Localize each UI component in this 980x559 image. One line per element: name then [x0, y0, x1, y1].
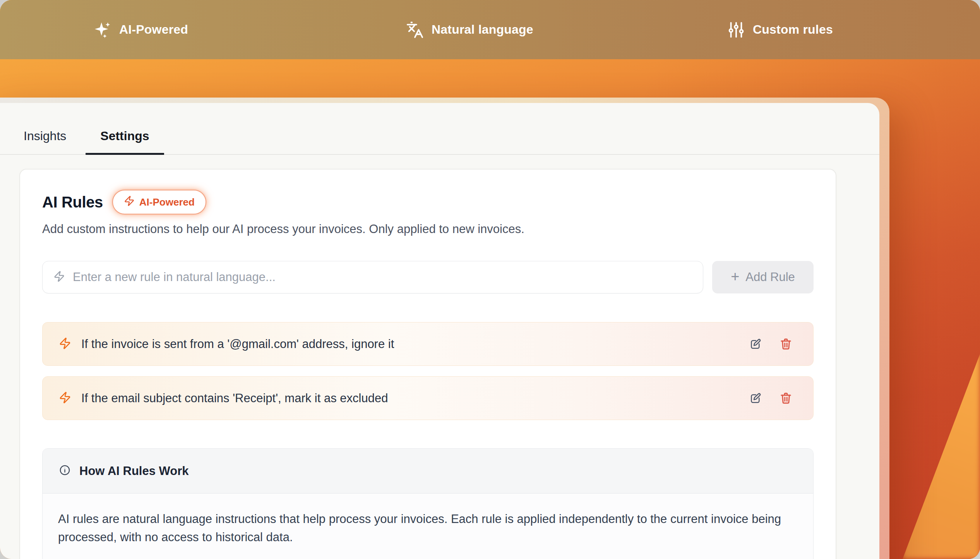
edit-icon: [749, 392, 762, 405]
ai-powered-badge: AI-Powered: [112, 190, 206, 214]
info-box-header: How AI Rules Work: [43, 449, 813, 494]
info-icon: [59, 464, 71, 478]
translate-icon: [406, 21, 424, 39]
add-rule-label: Add Rule: [745, 270, 795, 284]
panel-description: Add custom instructions to help our AI p…: [42, 222, 814, 236]
add-rule-button[interactable]: + Add Rule: [712, 261, 814, 293]
feature-natural-language: Natural language: [406, 0, 533, 59]
info-box-text: AI rules are natural language instructio…: [58, 510, 795, 546]
tab-bar: Insights Settings: [0, 103, 879, 155]
panel-header: AI Rules AI-Powered: [42, 190, 814, 214]
sparkles-icon: [94, 21, 111, 39]
feature-banner: AI-Powered Natural language Custom rules: [0, 0, 980, 59]
settings-content: AI Rules AI-Powered Add custom instructi…: [0, 155, 879, 559]
trash-icon: [780, 338, 792, 350]
edit-icon: [749, 338, 762, 350]
feature-label: Natural language: [432, 22, 533, 37]
tab-settings[interactable]: Settings: [86, 129, 164, 154]
how-ai-rules-work-box: How AI Rules Work AI rules are natural l…: [42, 448, 814, 559]
ai-rules-panel: AI Rules AI-Powered Add custom instructi…: [19, 169, 836, 559]
delete-rule-button[interactable]: [780, 392, 792, 405]
rule-actions: [749, 338, 792, 350]
rule-row: If the email subject contains 'Receipt',…: [42, 376, 814, 420]
badge-label: AI-Powered: [139, 196, 195, 208]
feature-label: Custom rules: [753, 22, 833, 37]
tab-insights[interactable]: Insights: [9, 129, 81, 154]
bolt-icon: [59, 337, 71, 351]
sliders-icon: [727, 21, 745, 39]
plus-icon: +: [731, 269, 739, 284]
bolt-icon: [53, 271, 65, 284]
edit-rule-button[interactable]: [749, 338, 762, 350]
rule-text: If the invoice is sent from a '@gmail.co…: [81, 337, 749, 351]
bolt-icon: [124, 195, 135, 209]
screenshot-frame: AI-Powered Natural language Custom rules: [0, 0, 980, 559]
edit-rule-button[interactable]: [749, 392, 762, 405]
info-box-title: How AI Rules Work: [79, 464, 188, 478]
new-rule-input[interactable]: [73, 270, 692, 284]
bolt-icon: [59, 391, 71, 405]
info-box-body: AI rules are natural language instructio…: [43, 494, 813, 559]
panel-title: AI Rules: [42, 194, 103, 211]
feature-ai-powered: AI-Powered: [94, 0, 188, 59]
new-rule-row: + Add Rule: [42, 261, 814, 293]
feature-label: AI-Powered: [119, 22, 188, 37]
trash-icon: [780, 392, 792, 405]
rule-row: If the invoice is sent from a '@gmail.co…: [42, 322, 814, 366]
new-rule-field-wrap: [42, 261, 703, 293]
app-window: Insights Settings AI Rules AI-Powe: [0, 103, 879, 559]
delete-rule-button[interactable]: [780, 338, 792, 350]
feature-custom-rules: Custom rules: [727, 0, 833, 59]
rule-actions: [749, 392, 792, 405]
app-window-frame: Insights Settings AI Rules AI-Powe: [0, 98, 889, 559]
rules-list: If the invoice is sent from a '@gmail.co…: [42, 322, 814, 420]
rule-text: If the email subject contains 'Receipt',…: [81, 391, 749, 405]
